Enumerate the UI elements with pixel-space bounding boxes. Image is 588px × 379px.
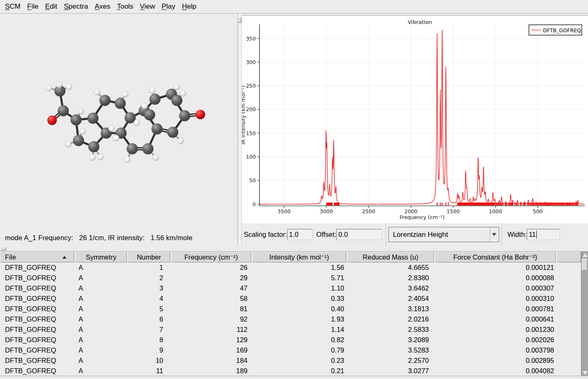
sash-handle-2[interactable]	[1, 247, 6, 250]
table-row[interactable]: DFTB_GOFREQA71121.142.58330.001230	[0, 324, 581, 335]
scaling-factor-label: Scaling factor:	[244, 231, 287, 238]
column-header-symmetry[interactable]: Symmetry	[75, 252, 127, 262]
table-row[interactable]: DFTB_GOFREQA3471.103.64620.000307	[0, 283, 581, 293]
hydrogen-atom	[113, 135, 119, 141]
table-cell: A	[74, 295, 127, 303]
table-row[interactable]: DFTB_GOFREQA6921.932.02160.000641	[0, 314, 581, 324]
table-cell: 0.002895	[434, 357, 556, 365]
offset-input[interactable]	[336, 229, 382, 240]
table-cell: DFTB_GOFREQ	[0, 264, 74, 272]
svg-text:2500: 2500	[362, 208, 375, 215]
table-cell: 189	[170, 367, 251, 375]
table-cell: 92	[170, 315, 251, 323]
column-header-intensity[interactable]: Intensity (km mol⁻¹)	[252, 252, 346, 262]
table-cell: 0.000307	[434, 284, 556, 292]
carbon-atom	[167, 127, 179, 138]
table-cell: DFTB_GOFREQ	[0, 305, 74, 313]
column-header-frequency[interactable]: Frequency (cm⁻¹)	[171, 252, 251, 262]
pane-divider-vertical[interactable]	[238, 14, 242, 246]
table-row[interactable]: DFTB_GOFREQA2295.712.83800.000088	[0, 273, 581, 283]
carbon-atom	[127, 143, 138, 155]
table-row[interactable]: DFTB_GOFREQA91690.793.52830.003798	[0, 345, 581, 355]
column-header-label: Frequency (cm⁻¹)	[184, 253, 238, 261]
column-header-label: File	[5, 253, 16, 261]
svg-text:200: 200	[246, 106, 256, 112]
menu-item-play[interactable]: Play	[158, 1, 179, 12]
table-cell: 169	[170, 346, 251, 354]
hydrogen-atom	[56, 82, 62, 88]
hydrogen-atom	[122, 91, 129, 98]
table-cell: DFTB_GOFREQ	[0, 315, 74, 323]
table-row[interactable]: DFTB_GOFREQA111890.213.02770.004082	[0, 366, 581, 376]
upper-split-area: mode A_1 Frequency: 26 1/cm, IR intensit…	[0, 14, 588, 246]
broadening-select[interactable]: Lorentzian Height	[388, 227, 499, 242]
scrollbar-thumb[interactable]	[582, 259, 588, 271]
sash-handle[interactable]	[238, 17, 241, 23]
table-row[interactable]: DFTB_GOFREQA4580.332.40540.000310	[0, 293, 581, 304]
table-cell: A	[74, 357, 127, 365]
plot-title: Vibration	[408, 19, 432, 25]
carbon-atom	[100, 95, 111, 106]
scroll-up-button[interactable]	[581, 252, 588, 258]
molecule-viewer[interactable]	[0, 14, 238, 246]
table-cell: A	[74, 315, 127, 323]
x-axis-label: Frequency (cm⁻¹)	[400, 214, 445, 220]
hydrogen-atom	[90, 155, 96, 161]
carbon-atom	[88, 141, 100, 153]
menu-item-axes[interactable]: Axes	[91, 1, 114, 12]
dropdown-arrow-button[interactable]	[490, 227, 499, 242]
width-input[interactable]: 11	[527, 229, 560, 240]
column-header-label: Symmetry	[86, 253, 116, 261]
hydrogen-atom	[149, 88, 155, 94]
spectrum-plot[interactable]: 3500300025002000150010005000501001502002…	[242, 16, 588, 224]
oxygen-atom	[48, 116, 57, 125]
column-header-force[interactable]: Force Constant (Ha Bohr⁻²)	[435, 252, 556, 262]
table-cell: 3.1813	[346, 305, 434, 313]
table-cell: DFTB_GOFREQ	[0, 295, 74, 303]
spectrum-controls: Scaling factor: Offset: Lorentzian Heigh…	[242, 223, 588, 246]
menu-item-file[interactable]: File	[24, 1, 42, 12]
table-cell: A	[74, 284, 127, 292]
table-cell: 7	[127, 326, 170, 334]
scaling-factor-input[interactable]	[287, 229, 313, 240]
table-row[interactable]: DFTB_GOFREQA5810.403.18130.000781	[0, 304, 581, 314]
table-row[interactable]: DFTB_GOFREQA1261.564.66550.000121	[0, 262, 581, 273]
horizontal-scrollbar[interactable]	[0, 376, 588, 379]
vertical-scrollbar[interactable]	[581, 252, 588, 376]
svg-text:0: 0	[252, 201, 256, 207]
menu-item-tools[interactable]: Tools	[114, 1, 137, 12]
menu-item-view[interactable]: View	[137, 1, 159, 12]
svg-text:500: 500	[533, 208, 543, 215]
width-label: Width:	[507, 231, 527, 238]
column-header-file[interactable]: File	[0, 252, 74, 262]
table-cell: 0.004082	[434, 367, 556, 375]
table-cell: 0.82	[251, 336, 346, 344]
table-cell: DFTB_GOFREQ	[0, 336, 74, 344]
menu-item-edit[interactable]: Edit	[42, 1, 60, 12]
table-cell: A	[74, 367, 127, 375]
menu-item-spectra[interactable]: Spectra	[61, 1, 92, 12]
menu-item-help[interactable]: Help	[179, 1, 200, 12]
table-row[interactable]: DFTB_GOFREQA101840.232.25700.002895	[0, 355, 581, 366]
table-row[interactable]: DFTB_GOFREQA81290.823.20890.002026	[0, 335, 581, 345]
table-cell: 1.10	[251, 284, 346, 292]
column-header-filler[interactable]	[557, 252, 581, 262]
table-cell: 0.33	[251, 295, 346, 303]
table-cell: 129	[170, 336, 251, 344]
column-header-number[interactable]: Number	[128, 252, 170, 262]
menu-item-scm[interactable]: SCM	[2, 1, 24, 12]
text-caret	[536, 231, 537, 238]
scroll-down-button[interactable]	[581, 369, 588, 376]
table-cell: 4	[127, 295, 170, 303]
table-cell: 5	[127, 305, 170, 313]
table-body: DFTB_GOFREQA1261.564.66550.000121DFTB_GO…	[0, 262, 581, 376]
table-cell: 0.000641	[434, 315, 556, 323]
hydrogen-atom	[78, 108, 84, 114]
hydrogen-atom	[65, 141, 71, 148]
hydrogen-atom	[178, 138, 184, 144]
table-cell: 2.8380	[346, 274, 434, 282]
column-header-reduced[interactable]: Reduced Mass (u)	[347, 252, 434, 262]
hydrogen-atom	[98, 154, 104, 160]
pane-divider-horizontal[interactable]	[0, 246, 588, 251]
menu-bar: SCMFileEditSpectraAxesToolsViewPlayHelp	[0, 0, 588, 14]
